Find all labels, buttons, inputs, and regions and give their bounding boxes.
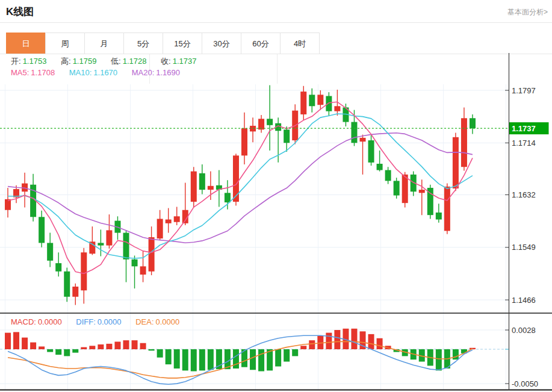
tab-4hour[interactable]: 4时: [280, 33, 320, 54]
macd-histogram-bar: [5, 333, 11, 349]
price-axis-label: 1.1714: [512, 138, 536, 148]
macd-histogram-bar: [47, 349, 53, 352]
candle-body: [326, 96, 332, 111]
ma-indicator-row: MA5:1.1708 MA10:1.1670 MA20:1.1690: [11, 68, 192, 77]
open-indicator: 开:1.1753: [11, 57, 46, 66]
price-axis-label: 1.1797: [512, 86, 536, 95]
dea-indicator: DEA:0.0000: [135, 317, 179, 326]
candle-body: [199, 173, 205, 190]
candle-body: [225, 193, 231, 202]
macd-histogram-bar: [81, 347, 87, 349]
macd-histogram-bar: [309, 340, 315, 349]
candle-body: [351, 122, 357, 143]
macd-histogram-bar: [64, 349, 70, 356]
macd-indicator-row: MACD:0.0000 DIFF:0.0000 DEA:0.0000: [11, 317, 191, 326]
candle-body: [436, 213, 442, 220]
macd-histogram-bar: [208, 349, 214, 370]
macd-histogram-bar: [284, 349, 290, 362]
candle-body: [157, 219, 163, 238]
widget-header: K线图 基本面分析>: [0, 0, 552, 23]
macd-axis-label: -0.0050: [512, 379, 538, 388]
candle-body: [360, 138, 366, 142]
dea-line: [8, 341, 473, 378]
candle-body: [5, 199, 11, 210]
ma5-indicator: MA5:1.1708: [11, 68, 55, 77]
kline-chart[interactable]: 1.17371.17971.17141.16321.15491.14660.00…: [0, 53, 552, 392]
macd-axis-label: 0.0028: [512, 326, 536, 335]
current-price-label: 1.1737: [512, 124, 536, 133]
macd-histogram-bar: [157, 349, 163, 358]
macd-histogram-bar: [182, 349, 188, 370]
candle-body: [334, 106, 340, 111]
candle-body: [191, 172, 197, 202]
fundamental-analysis-link[interactable]: 基本面分析>: [507, 7, 548, 17]
page-title: K线图: [6, 5, 34, 19]
candle-body: [98, 243, 104, 245]
candle-body: [317, 95, 323, 105]
macd-histogram-bar: [250, 349, 256, 370]
macd-histogram-bar: [140, 343, 146, 349]
candle-body: [72, 287, 78, 297]
macd-histogram-bar: [98, 344, 104, 349]
low-indicator: 低:1.1728: [111, 57, 146, 66]
candle-body: [377, 164, 383, 170]
macd-histogram-bar: [258, 349, 264, 372]
macd-histogram-bar: [114, 341, 120, 349]
candle-body: [309, 95, 315, 106]
close-indicator: 收:1.1737: [161, 57, 196, 66]
macd-histogram-bar: [166, 349, 172, 364]
candle-body: [208, 186, 214, 190]
tab-day[interactable]: 日: [6, 33, 46, 54]
macd-histogram-bar: [174, 349, 180, 369]
macd-histogram-bar: [72, 349, 78, 353]
macd-histogram-bar: [326, 333, 332, 349]
candle-body: [39, 217, 45, 243]
tab-5min[interactable]: 5分: [123, 33, 163, 54]
macd-histogram-bar: [55, 349, 61, 355]
tab-15min[interactable]: 15分: [163, 33, 202, 54]
macd-histogram-bar: [149, 349, 155, 350]
price-axis-label: 1.1632: [512, 190, 536, 199]
candle-body: [394, 181, 400, 195]
macd-indicator: MACD:0.0000: [11, 317, 62, 326]
macd-histogram-bar: [89, 346, 95, 349]
diff-line: [8, 335, 473, 384]
candle-body: [47, 243, 53, 260]
candle-body: [106, 230, 112, 245]
candle-body: [233, 155, 239, 202]
ma10-indicator: MA10:1.1670: [69, 68, 117, 77]
candle-body: [174, 216, 180, 222]
macd-histogram-bar: [30, 343, 36, 349]
macd-histogram-bar: [453, 349, 459, 359]
macd-histogram-bar: [132, 340, 138, 349]
macd-histogram-bar: [106, 344, 112, 349]
tab-30min[interactable]: 30分: [202, 33, 241, 54]
macd-histogram-bar: [191, 349, 197, 372]
macd-histogram-bar: [436, 349, 442, 370]
macd-histogram-bar: [199, 349, 205, 370]
price-axis-label: 1.1466: [512, 296, 536, 305]
tab-month[interactable]: 月: [84, 33, 124, 54]
macd-histogram-bar: [22, 338, 28, 349]
candle-body: [55, 263, 61, 272]
tab-60min[interactable]: 60分: [241, 33, 281, 54]
macd-histogram-bar: [377, 338, 383, 349]
candle-body: [419, 190, 425, 193]
candle-body: [267, 119, 273, 125]
candle-body: [149, 237, 155, 272]
candle-body: [470, 118, 476, 128]
candle-body: [300, 92, 306, 114]
candle-body: [241, 128, 247, 155]
macd-histogram-bar: [123, 340, 129, 349]
candle-body: [140, 266, 146, 275]
tab-week[interactable]: 周: [45, 33, 85, 54]
macd-histogram-bar: [300, 346, 306, 349]
candle-body: [461, 118, 467, 167]
period-tabs: 日 周 月 5分 15分 30分 60分 4时: [6, 33, 320, 54]
macd-histogram-bar: [13, 332, 19, 349]
diff-indicator: DIFF:0.0000: [76, 317, 121, 326]
candle-body: [444, 187, 450, 231]
price-axis-label: 1.1549: [512, 243, 536, 252]
candle-body: [166, 220, 172, 223]
candle-body: [402, 175, 408, 203]
